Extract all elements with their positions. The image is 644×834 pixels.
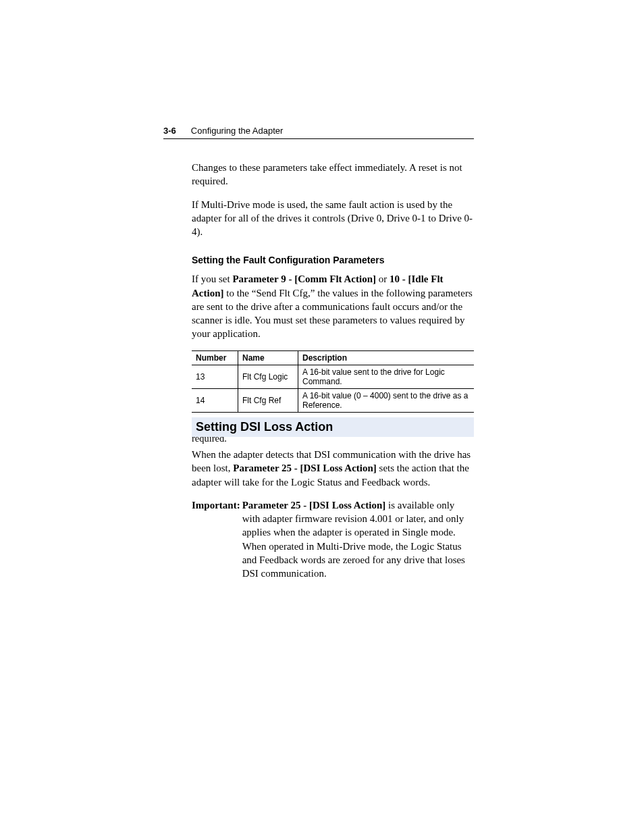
cell-number: 13 xyxy=(192,365,238,388)
cell-description: A 16-bit value (0 – 4000) sent to the dr… xyxy=(298,388,475,412)
fault-cfg-paragraph: If you set Parameter 9 - [Comm Flt Actio… xyxy=(192,272,474,340)
text-segment: is available only with adapter firmware … xyxy=(242,500,465,579)
param-25-ref-2: Parameter 25 - [DSI Loss Action] xyxy=(242,500,386,511)
intro-paragraph-2: If Multi-Drive mode is used, the same fa… xyxy=(192,198,474,239)
text-segment: or xyxy=(376,273,390,284)
text-segment: If you set xyxy=(192,273,232,284)
header-title: Configuring the Adapter xyxy=(191,126,284,136)
cell-name: Flt Cfg Ref xyxy=(238,388,298,412)
col-header-description: Description xyxy=(298,350,475,365)
dsi-section: Setting DSI Loss Action When the adapter… xyxy=(192,417,474,580)
dsi-paragraph-1: When the adapter detects that DSI commun… xyxy=(192,448,474,489)
col-header-name: Name xyxy=(238,350,298,365)
text-segment: to the “Send Flt Cfg,” the values in the… xyxy=(192,288,473,340)
page-content: 3-6 Configuring the Adapter Changes to t… xyxy=(163,126,474,446)
table-row: 14 Flt Cfg Ref A 16-bit value (0 – 4000)… xyxy=(192,388,474,412)
page-header: 3-6 Configuring the Adapter xyxy=(163,126,474,139)
cell-number: 14 xyxy=(192,388,238,412)
important-body: Parameter 25 - [DSI Loss Action] is avai… xyxy=(242,498,474,581)
fault-cfg-table: Number Name Description 13 Flt Cfg Logic… xyxy=(192,350,474,413)
cell-name: Flt Cfg Logic xyxy=(238,365,298,388)
table-row: 13 Flt Cfg Logic A 16-bit value sent to … xyxy=(192,365,474,388)
important-label: Important: xyxy=(192,498,240,581)
dsi-heading: Setting DSI Loss Action xyxy=(192,417,474,437)
param-25-ref: Parameter 25 - [DSI Loss Action] xyxy=(233,463,377,473)
param-9-ref: Parameter 9 - [Comm Flt Action] xyxy=(232,273,376,284)
cell-description: A 16-bit value sent to the drive for Log… xyxy=(298,365,475,388)
table-header-row: Number Name Description xyxy=(192,350,474,365)
page-number: 3-6 xyxy=(163,126,176,136)
intro-paragraph-1: Changes to these parameters take effect … xyxy=(192,161,474,188)
col-header-number: Number xyxy=(192,350,238,365)
fault-cfg-heading: Setting the Fault Configuration Paramete… xyxy=(192,255,474,265)
intro-block: Changes to these parameters take effect … xyxy=(192,161,474,446)
important-note: Important: Parameter 25 - [DSI Loss Acti… xyxy=(192,498,474,581)
